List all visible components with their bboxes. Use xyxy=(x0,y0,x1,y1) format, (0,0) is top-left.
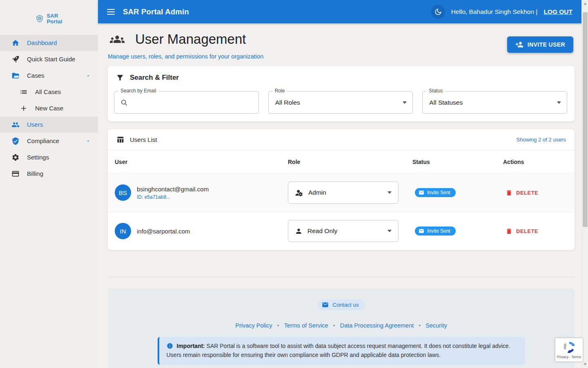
role-filter-value: All Roles xyxy=(275,99,300,106)
group-icon xyxy=(11,121,20,129)
sidebar-item-new-case[interactable]: New Case xyxy=(0,100,98,117)
sidebar-item-quick-start-guide[interactable]: Quick Start Guide xyxy=(0,51,98,67)
table-row: IN info@sarportal.com Read Only Invite S… xyxy=(108,212,575,250)
filter-heading: Search & Filter xyxy=(130,74,179,82)
trash-icon xyxy=(506,189,512,196)
chevron-down-icon xyxy=(388,230,392,232)
column-header-status: Status xyxy=(412,159,503,165)
page-footer: Contact us Privacy PolicyTerms of Servic… xyxy=(108,289,575,368)
status-label: Invite Sent xyxy=(427,190,450,195)
list-icon xyxy=(20,88,28,96)
contact-us-label: Contact us xyxy=(332,302,359,308)
role-filter-select[interactable]: Role All Roles xyxy=(268,91,413,114)
sidebar-item-label: Users xyxy=(27,121,43,128)
chevron-down-icon xyxy=(388,191,392,194)
delete-user-button[interactable]: DELETE xyxy=(506,189,538,196)
folder-open-icon xyxy=(11,72,20,80)
link-terms-of-service[interactable]: Terms of Service xyxy=(272,322,328,329)
table-header-row: User Role Status Actions xyxy=(108,150,575,173)
column-header-user: User xyxy=(115,159,288,165)
gear-icon xyxy=(11,153,20,162)
envelope-icon xyxy=(419,228,424,234)
role-value: Read Only xyxy=(307,227,337,235)
status-filter-label: Status xyxy=(427,88,445,94)
contact-us-chip[interactable]: Contact us xyxy=(318,299,365,310)
sidebar-item-users[interactable]: Users xyxy=(0,117,98,133)
role-select[interactable]: Read Only xyxy=(288,220,399,242)
sidebar-item-label: Cases xyxy=(27,72,45,79)
status-badge: Invite Sent xyxy=(415,227,456,236)
app-title: SAR Portal Admin xyxy=(123,7,189,16)
moon-icon xyxy=(434,8,442,16)
shield-check-icon xyxy=(11,137,20,145)
notice-important-label: Important: xyxy=(177,343,205,349)
role-select[interactable]: Admin xyxy=(288,182,399,204)
page-subtitle: Manage users, roles, and permissions for… xyxy=(108,53,263,60)
delete-label: DELETE xyxy=(516,190,538,196)
avatar: IN xyxy=(115,223,131,239)
search-icon xyxy=(120,99,128,107)
person-add-icon xyxy=(515,40,523,49)
users-list-heading: Users List xyxy=(130,136,157,143)
page-title: User Management xyxy=(135,31,246,47)
invite-user-button[interactable]: INVITE USER xyxy=(507,36,573,53)
sidebar-item-label: All Cases xyxy=(35,88,61,95)
link-privacy-policy[interactable]: Privacy Policy xyxy=(235,322,272,329)
column-header-role: Role xyxy=(288,159,412,165)
user-greeting: Hello, Bahadur Singh Sekhon | xyxy=(451,8,538,16)
search-by-email-field[interactable]: Search by Email xyxy=(114,91,259,114)
link-security[interactable]: Security xyxy=(414,322,447,329)
status-label: Invite Sent xyxy=(427,228,450,234)
sidebar-item-compliance[interactable]: Compliance xyxy=(0,133,98,149)
footer-links: Privacy PolicyTerms of ServiceData Proce… xyxy=(108,322,575,329)
envelope-icon xyxy=(419,190,424,195)
status-filter-select[interactable]: Status All Statuses xyxy=(422,91,567,114)
dark-mode-toggle[interactable] xyxy=(431,5,445,19)
link-data-processing-agreement[interactable]: Data Processing Agreement xyxy=(328,322,414,329)
logo-text-line2: Portal xyxy=(47,19,62,25)
users-page-icon xyxy=(108,32,127,47)
sidebar-item-label: Dashboard xyxy=(27,39,57,46)
sidebar-item-cases[interactable]: Cases xyxy=(0,67,98,84)
recaptcha-badge[interactable]: Privacy - Terms xyxy=(555,338,583,361)
delete-user-button[interactable]: DELETE xyxy=(506,228,538,235)
chevron-down-icon xyxy=(86,139,91,144)
search-filter-card: Search & Filter Search by Email Role All… xyxy=(108,66,575,121)
sidebar-item-dashboard[interactable]: Dashboard xyxy=(0,35,98,51)
admin-person-gear-icon xyxy=(295,188,303,197)
vertical-scrollbar[interactable] xyxy=(581,0,588,368)
logo-text-line1: SAR xyxy=(47,13,62,19)
invite-user-label: INVITE USER xyxy=(528,41,565,48)
users-count: Showing 2 of 2 users xyxy=(517,137,566,143)
person-icon xyxy=(295,227,303,235)
envelope-icon xyxy=(322,301,329,308)
content-divider xyxy=(108,277,575,277)
sidebar-item-all-cases[interactable]: All Cases xyxy=(0,84,98,100)
recaptcha-label: Privacy - Terms xyxy=(557,355,581,359)
table-row: BS bsinghcontact@gmail.com ID: e5a71ab8.… xyxy=(108,173,575,212)
logout-link[interactable]: LOG OUT xyxy=(543,8,572,16)
sidebar-item-billing[interactable]: Billing xyxy=(0,166,98,182)
shield-clock-logo-icon xyxy=(36,15,44,23)
scroll-up-arrow-icon[interactable] xyxy=(584,2,587,5)
sidebar-item-settings[interactable]: Settings xyxy=(0,149,98,166)
home-icon xyxy=(11,39,20,47)
scroll-down-arrow-icon[interactable] xyxy=(584,363,587,366)
sidebar: SAR Portal Dashboard Quick Start Guide C… xyxy=(0,0,98,368)
users-list-card: Users List Showing 2 of 2 users User Rol… xyxy=(108,129,575,250)
sidebar-item-label: New Case xyxy=(35,105,63,112)
rocket-icon xyxy=(11,55,20,63)
user-email: bsinghcontact@gmail.com xyxy=(137,186,209,193)
user-id: ID: e5a71ab8... xyxy=(137,194,209,200)
menu-icon[interactable] xyxy=(107,9,115,15)
credit-card-icon xyxy=(11,170,20,178)
scrollbar-thumb[interactable] xyxy=(583,12,588,227)
search-field-label: Search by Email xyxy=(118,88,158,94)
search-input[interactable] xyxy=(132,99,253,106)
status-badge: Invite Sent xyxy=(415,188,456,197)
avatar: BS xyxy=(115,184,131,201)
sidebar-item-label: Billing xyxy=(27,170,43,177)
legal-notice: Important: SAR Portal is a software tool… xyxy=(158,337,525,365)
recaptcha-logo-icon xyxy=(563,341,575,353)
role-value: Admin xyxy=(308,189,326,196)
